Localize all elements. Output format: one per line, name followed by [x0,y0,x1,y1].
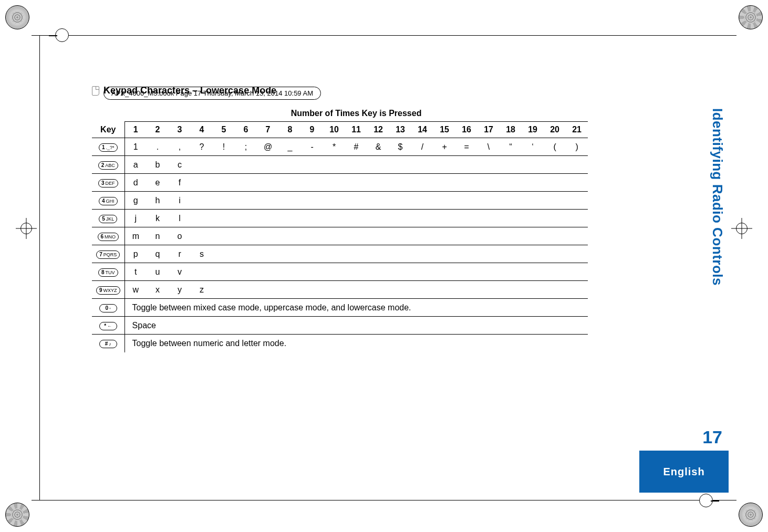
table-cell [323,263,345,281]
table-cell [279,227,301,245]
table-cell: / [411,138,433,156]
table-cell [389,210,411,227]
table-col-header: 21 [566,122,588,138]
table-cell: b [147,156,169,174]
table-cell [323,156,345,174]
side-tab-label: Identifying Radio Controls [709,89,729,286]
table-full-row-text: Toggle between numeric and letter mode. [124,335,588,352]
table-cell [455,210,478,227]
table-cell [478,192,500,210]
printers-mark-tr [736,3,765,32]
table-cell: a [124,156,147,174]
table-cell [301,210,323,227]
table-cell [389,263,411,281]
table-cell [433,245,455,263]
table-cell [478,245,500,263]
table-cell [345,281,367,299]
table-cell [345,245,367,263]
table-cell [301,174,323,192]
table-cell [213,281,235,299]
page-number: 17 [702,427,722,447]
table-cell [213,156,235,174]
table-cell [257,281,279,299]
table-cell [323,174,345,192]
table-cell [213,210,235,227]
table-cell: _ [279,138,301,156]
table-cell [235,245,257,263]
table-cell [566,156,588,174]
table-cell [279,245,301,263]
table-row: 1._?*1.,?!;@_-*#&$/+=\“‘() [92,138,588,156]
table-cell [191,174,213,192]
table-full-row-text: Toggle between mixed case mode, uppercas… [124,299,588,317]
table-cell: i [169,192,191,210]
table-cell: t [124,263,147,281]
table-cell [235,281,257,299]
table-spanner: Number of Times Key is Pressed [124,106,588,122]
table-cell [455,263,478,281]
table-row: *←Space [92,317,588,335]
table-cell [522,156,544,174]
table-cell [213,192,235,210]
table-row: 6MNOmno [92,227,588,245]
table-cell [191,192,213,210]
table-cell [389,156,411,174]
table-col-header: 1 [124,122,147,138]
table-cell [522,227,544,245]
table-row: #♪Toggle between numeric and letter mode… [92,335,588,352]
table-cell: z [191,281,213,299]
table-cell [566,174,588,192]
table-col-header: 13 [389,122,411,138]
key-cell: 1._?* [92,138,124,156]
table-cell: ! [213,138,235,156]
table-cell: , [169,138,191,156]
table-cell [500,227,522,245]
key-cell: 6MNO [92,227,124,245]
table-cell [191,210,213,227]
table-cell [257,210,279,227]
table-cell [411,174,433,192]
table-cell: $ [389,138,411,156]
table-cell: “ [500,138,522,156]
table-cell [433,156,455,174]
key-cell: *← [92,317,124,335]
table-cell [279,210,301,227]
table-cell [257,245,279,263]
table-cell [345,263,367,281]
table-cell [566,281,588,299]
key-cell: #♪ [92,335,124,352]
table-cell [455,156,478,174]
table-cell: @ [257,138,279,156]
table-cell: ) [566,138,588,156]
table-cell: . [147,138,169,156]
table-row: 7PQRSpqrs [92,245,588,263]
table-cell [566,192,588,210]
table-cell: j [124,210,147,227]
table-col-header: 14 [411,122,433,138]
table-cell: = [455,138,478,156]
table-cell: u [147,263,169,281]
table-cell [191,227,213,245]
table-cell [323,192,345,210]
table-cell [367,263,389,281]
page-icon [92,86,99,96]
key-cell: 2ABC [92,156,124,174]
table-cell [455,174,478,192]
table-col-header: 3 [169,122,191,138]
table-cell [279,156,301,174]
table-cell [500,156,522,174]
table-cell [367,227,389,245]
table-cell [478,156,500,174]
table-cell [544,245,566,263]
keypad-key-icon: 5JKL [99,215,117,223]
table-col-header: 8 [279,122,301,138]
table-cell [500,245,522,263]
table-cell [411,281,433,299]
table-cell [235,210,257,227]
table-row: 5JKLjkl [92,210,588,227]
table-col-header: 10 [323,122,345,138]
crop-rule-top [32,35,736,36]
table-col-header: 19 [522,122,544,138]
table-row: 9WXYZwxyz [92,281,588,299]
table-cell [213,245,235,263]
